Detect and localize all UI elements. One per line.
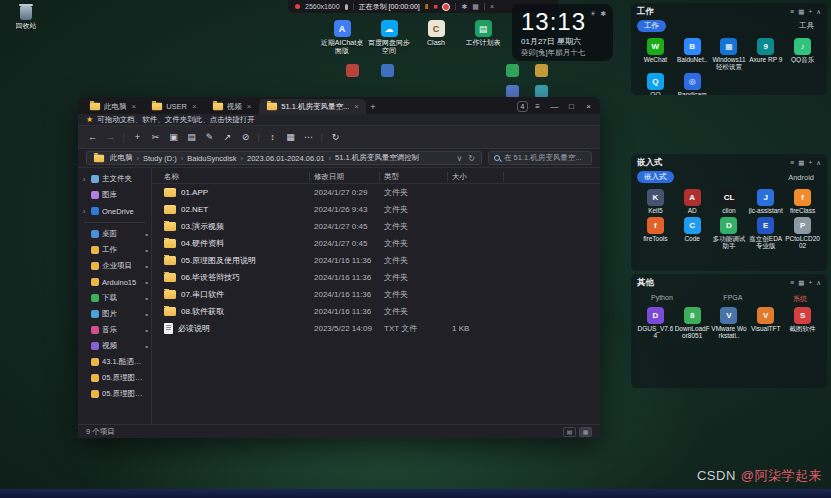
menu-icon[interactable]: ≡ bbox=[790, 8, 794, 16]
refresh-icon[interactable]: ↻ bbox=[327, 129, 344, 146]
recorder-close-icon[interactable]: × bbox=[490, 3, 494, 10]
sidebar-item[interactable]: 05.原理图及使用 bbox=[78, 370, 151, 386]
minimize-button[interactable]: — bbox=[547, 100, 562, 113]
sidebar-item[interactable]: › OneDrive bbox=[78, 203, 151, 219]
explorer-tab[interactable]: USER × bbox=[144, 99, 204, 114]
record-button[interactable] bbox=[442, 3, 450, 11]
desktop-small-icon[interactable] bbox=[381, 64, 394, 77]
explorer-tab[interactable]: 此电脑 × bbox=[82, 99, 143, 114]
breadcrumb-segment[interactable]: 51.1.机房变风量空调控制 › bbox=[335, 153, 419, 163]
sidebar-item[interactable]: 05.原理图及使用 bbox=[78, 386, 151, 402]
desktop-small-icon[interactable] bbox=[346, 64, 359, 77]
collapse-icon[interactable]: ∧ bbox=[816, 279, 821, 287]
sort-icon[interactable]: ↕ bbox=[264, 129, 281, 146]
address-bar[interactable]: 此电脑 › Study (D:) › BaiduSyncdisk › 2023.… bbox=[86, 151, 482, 165]
app-shortcut[interactable]: A AD bbox=[674, 189, 711, 214]
column-header[interactable]: 修改日期 bbox=[310, 172, 380, 182]
desktop-shortcut[interactable]: A 近期AIChat桌面版 bbox=[320, 20, 364, 54]
app-shortcut[interactable]: W WeChat bbox=[637, 38, 674, 70]
paste-icon[interactable]: ▤ bbox=[183, 129, 200, 146]
panel-tab[interactable]: Android bbox=[781, 172, 821, 183]
recycle-bin[interactable]: 回收站 bbox=[8, 6, 44, 30]
file-row[interactable]: 必读说明 2023/5/22 14:09 TXT 文件 1 KB bbox=[152, 320, 600, 337]
details-view-toggle[interactable]: ▦ bbox=[579, 427, 592, 437]
app-shortcut[interactable]: D DGUS_V7.64 bbox=[637, 307, 674, 339]
menu-icon[interactable]: ≡ bbox=[790, 159, 794, 167]
breadcrumb-segment[interactable]: 2023.06.01-2024.06.01 › bbox=[247, 154, 331, 163]
app-shortcut[interactable]: V VisualTFT bbox=[747, 307, 784, 339]
collapse-icon[interactable]: ∧ bbox=[816, 159, 821, 167]
menu-icon[interactable]: ≡ bbox=[530, 100, 545, 113]
app-shortcut[interactable]: D 多功能调试助手 bbox=[711, 217, 748, 249]
desktop-shortcut[interactable]: ☁ 百度网盘同步空间 bbox=[367, 20, 411, 54]
grid-icon[interactable]: ▦ bbox=[798, 279, 804, 287]
new-tab-button[interactable]: + bbox=[366, 102, 380, 114]
rename-icon[interactable]: ✎ bbox=[201, 129, 218, 146]
taskbar[interactable] bbox=[0, 489, 831, 498]
pause-button[interactable]: ‖ bbox=[425, 3, 428, 10]
back-icon[interactable]: ← bbox=[84, 129, 101, 146]
sidebar-item[interactable]: 43.1.酷洒远计 bbox=[78, 354, 151, 370]
app-shortcut[interactable]: f fireTools bbox=[637, 217, 674, 249]
explorer-tab[interactable]: 视频 × bbox=[205, 99, 259, 114]
breadcrumb-segment[interactable]: 此电脑 › bbox=[110, 153, 139, 163]
expand-chevron-icon[interactable]: › bbox=[83, 208, 88, 215]
file-row[interactable]: 01.APP 2024/1/27 0:29 文件夹 bbox=[152, 184, 600, 201]
clock-settings-icon[interactable]: ✱ bbox=[600, 10, 606, 18]
column-header[interactable]: 大小 bbox=[448, 172, 504, 182]
add-icon[interactable]: + bbox=[808, 159, 812, 167]
weather-icon[interactable]: ☀ bbox=[590, 10, 596, 18]
app-shortcut[interactable]: P PCtoLCD2002 bbox=[784, 217, 821, 249]
menu-icon[interactable]: ≡ bbox=[790, 279, 794, 287]
app-shortcut[interactable]: ◎ Bandicam bbox=[674, 73, 711, 95]
sidebar-item[interactable]: 下载 • bbox=[78, 290, 151, 306]
explorer-tab[interactable]: 51.1.机房变风量空... × bbox=[259, 99, 366, 114]
expand-chevron-icon[interactable]: › bbox=[83, 176, 88, 183]
grid-icon[interactable]: ▦ bbox=[798, 159, 804, 167]
panel-tab[interactable]: 嵌入式 bbox=[637, 171, 674, 183]
desktop-small-icon[interactable] bbox=[506, 64, 519, 77]
app-shortcut[interactable]: C Code bbox=[674, 217, 711, 249]
bookmark-bar[interactable]: ★ 可拖动文档、软件、文件夹到此、点击快捷打开 bbox=[78, 114, 600, 126]
delete-icon[interactable]: ⊘ bbox=[237, 129, 254, 146]
app-shortcut[interactable]: CL clion bbox=[711, 189, 748, 214]
copy-icon[interactable]: ▣ bbox=[165, 129, 182, 146]
new-icon[interactable]: + bbox=[129, 129, 146, 146]
app-shortcut[interactable]: B BaiduNet.. bbox=[674, 38, 711, 70]
file-row[interactable]: 07.串口软件 2024/1/16 11:36 文件夹 bbox=[152, 286, 600, 303]
cut-icon[interactable]: ✂ bbox=[147, 129, 164, 146]
app-shortcut[interactable]: J jlc-assistant bbox=[747, 189, 784, 214]
app-shortcut[interactable]: 8 DownLoadFor8051 bbox=[674, 307, 711, 339]
file-row[interactable]: 04.硬件资料 2024/1/27 0:45 文件夹 bbox=[152, 235, 600, 252]
app-shortcut[interactable]: Q QQ bbox=[637, 73, 674, 95]
desktop-small-icon[interactable] bbox=[535, 64, 548, 77]
sidebar-item[interactable]: › 主文件夹 bbox=[78, 171, 151, 187]
settings-icon[interactable]: ✱ bbox=[461, 3, 467, 11]
app-shortcut[interactable]: ♪ QQ音乐 bbox=[784, 38, 821, 70]
breadcrumb-segment[interactable]: Study (D:) › bbox=[143, 154, 183, 163]
list-view-toggle[interactable]: ▤ bbox=[563, 427, 576, 437]
more-icon[interactable]: ⋯ bbox=[300, 129, 317, 146]
microphone-icon[interactable] bbox=[345, 4, 348, 10]
panel-tab[interactable]: 工作 bbox=[637, 20, 666, 32]
sidebar-item[interactable]: 企业项目 • bbox=[78, 258, 151, 274]
column-header[interactable]: 类型 bbox=[380, 172, 448, 182]
tab-close-icon[interactable]: × bbox=[192, 102, 197, 111]
sidebar-item[interactable]: 音乐 • bbox=[78, 322, 151, 338]
column-header[interactable]: 名称 bbox=[160, 172, 310, 182]
file-row[interactable]: 06.毕设答辩技巧 2024/1/16 11:36 文件夹 bbox=[152, 269, 600, 286]
collapse-icon[interactable]: ∧ bbox=[816, 8, 821, 16]
file-row[interactable]: 08.软件获取 2024/1/16 11:36 文件夹 bbox=[152, 303, 600, 320]
tab-count-badge[interactable]: 4 bbox=[517, 101, 528, 112]
sidebar-item[interactable]: 图片 • bbox=[78, 306, 151, 322]
sidebar-item[interactable]: 视频 • bbox=[78, 338, 151, 354]
file-row[interactable]: 05.原理图及使用说明 2024/1/16 11:36 文件夹 bbox=[152, 252, 600, 269]
app-shortcut[interactable]: 9 Axure RP 9 bbox=[747, 38, 784, 70]
forward-icon[interactable]: → bbox=[102, 129, 119, 146]
tab-close-icon[interactable]: × bbox=[354, 102, 359, 111]
maximize-button[interactable]: □ bbox=[564, 100, 579, 113]
close-button[interactable]: × bbox=[581, 100, 596, 113]
app-shortcut[interactable]: K Keil5 bbox=[637, 189, 674, 214]
stop-button[interactable]: ■ bbox=[433, 3, 437, 10]
tab-close-icon[interactable]: × bbox=[132, 102, 137, 111]
